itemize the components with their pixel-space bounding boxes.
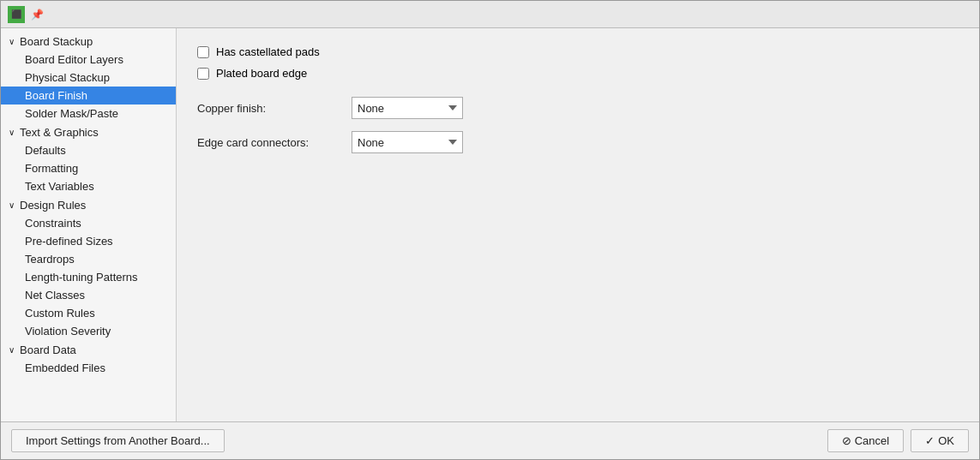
import-settings-button[interactable]: Import Settings from Another Board... — [11, 429, 225, 452]
edge-card-connectors-label: Edge card connectors: — [197, 136, 352, 149]
sidebar-section-design-rules[interactable]: ∨Design Rules — [1, 195, 176, 214]
sidebar-item-board-finish[interactable]: Board Finish — [1, 87, 176, 105]
sidebar-item-defaults[interactable]: Defaults — [1, 141, 176, 159]
copper-finish-label: Copper finish: — [197, 102, 352, 115]
main-window: ⬛ 📌 ∨Board StackupBoard Editor LayersPhy… — [0, 0, 980, 460]
sidebar-item-physical-stackup[interactable]: Physical Stackup — [1, 69, 176, 87]
sidebar-section-board-stackup[interactable]: ∨Board Stackup — [1, 32, 176, 51]
form-row-copper-finish: Copper finish:NoneHASLENIGOSP — [197, 97, 959, 119]
form-section: Copper finish:NoneHASLENIGOSPEdge card c… — [197, 97, 959, 153]
cancel-icon: ⊘ — [842, 434, 851, 447]
edge-card-connectors-select[interactable]: NoneYes - 30°Yes - 45° — [352, 131, 463, 153]
chevron-icon: ∨ — [4, 198, 18, 212]
pin-icon[interactable]: 📌 — [28, 6, 45, 23]
sidebar-item-custom-rules[interactable]: Custom Rules — [1, 304, 176, 322]
sidebar-item-violation-severity[interactable]: Violation Severity — [1, 322, 176, 340]
sidebar-item-board-editor-layers[interactable]: Board Editor Layers — [1, 51, 176, 69]
chevron-icon: ∨ — [4, 34, 18, 48]
minimize-button[interactable] — [907, 4, 928, 25]
sidebar-item-embedded-files[interactable]: Embedded Files — [1, 359, 176, 377]
cancel-button[interactable]: ⊘ Cancel — [827, 429, 904, 452]
sidebar-item-pre-defined-sizes[interactable]: Pre-defined Sizes — [1, 232, 176, 250]
close-button[interactable] — [952, 4, 972, 25]
chevron-icon: ∨ — [4, 125, 18, 139]
sidebar-section-text-graphics[interactable]: ∨Text & Graphics — [1, 122, 176, 141]
titlebar: ⬛ 📌 — [1, 1, 979, 28]
plated-board-edge-label[interactable]: Plated board edge — [216, 67, 307, 80]
maximize-button[interactable] — [929, 4, 950, 25]
copper-finish-select[interactable]: NoneHASLENIGOSP — [352, 97, 463, 119]
form-row-edge-card-connectors: Edge card connectors:NoneYes - 30°Yes - … — [197, 131, 959, 153]
ok-button[interactable]: ✓ OK — [911, 429, 969, 452]
app-icon: ⬛ — [8, 6, 25, 23]
content-area: ∨Board StackupBoard Editor LayersPhysica… — [1, 28, 979, 421]
ok-icon: ✓ — [925, 434, 935, 447]
footer-left: Import Settings from Another Board... — [11, 429, 827, 452]
sidebar-item-teardrops[interactable]: Teardrops — [1, 250, 176, 268]
sidebar-item-length-tuning-patterns[interactable]: Length-tuning Patterns — [1, 268, 176, 286]
window-controls — [907, 4, 972, 25]
sidebar-item-text-variables[interactable]: Text Variables — [1, 177, 176, 195]
sidebar-item-net-classes[interactable]: Net Classes — [1, 286, 176, 304]
titlebar-icons: ⬛ 📌 — [8, 6, 45, 23]
footer: Import Settings from Another Board... ⊘ … — [1, 421, 979, 459]
castellated-pads-checkbox[interactable] — [197, 46, 209, 58]
footer-right: ⊘ Cancel ✓ OK — [827, 429, 969, 452]
plated-board-edge-checkbox[interactable] — [197, 68, 209, 80]
sidebar-item-solder-mask-paste[interactable]: Solder Mask/Paste — [1, 105, 176, 122]
sidebar-section-board-data[interactable]: ∨Board Data — [1, 340, 176, 359]
checkbox-row-castellated-pads: Has castellated pads — [197, 45, 959, 58]
sidebar-item-constraints[interactable]: Constraints — [1, 214, 176, 232]
sidebar-item-formatting[interactable]: Formatting — [1, 159, 176, 177]
ok-label: OK — [938, 434, 954, 447]
chevron-icon: ∨ — [4, 343, 18, 356]
cancel-label: Cancel — [855, 434, 889, 447]
castellated-pads-label[interactable]: Has castellated pads — [216, 45, 320, 58]
checkbox-row-plated-board-edge: Plated board edge — [197, 67, 959, 80]
main-panel: Has castellated pads Plated board edge C… — [177, 28, 979, 421]
sidebar: ∨Board StackupBoard Editor LayersPhysica… — [1, 28, 177, 421]
